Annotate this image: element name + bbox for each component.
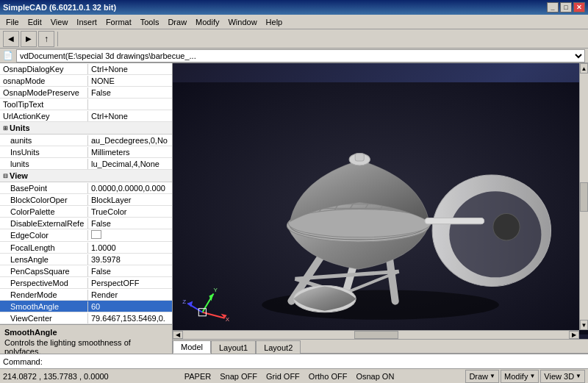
svg-text:Z: Z: [182, 298, 186, 305]
prop-row-osnapmode: osnapMode NONE: [0, 75, 172, 87]
svg-text:X: X: [226, 316, 230, 323]
prop-key: ToolTipText: [0, 99, 88, 110]
toolbar-back-btn[interactable]: ◀: [3, 31, 19, 47]
menubar: File Edit View Insert Format Tools Draw …: [0, 15, 588, 29]
prop-value: NONE: [88, 76, 172, 86]
prop-row-lunits: lunits lu_Decimal,4,None: [0, 158, 172, 170]
prop-key: OsnapDialogKey: [0, 64, 88, 74]
svg-text:Y: Y: [213, 287, 218, 293]
menu-tools[interactable]: Tools: [136, 16, 164, 28]
prop-row-aunits: aunits au_Decdegrees,0,No: [0, 135, 172, 146]
command-input[interactable]: [46, 357, 585, 366]
maximize-button[interactable]: □: [560, 2, 572, 12]
prop-desc-title: SmoothAngle: [4, 328, 168, 337]
prop-row-pencapssquare: PenCapsSquare False: [0, 265, 172, 277]
prop-value: False: [88, 218, 172, 229]
docpath: 📄 vdDocument(E:\special 3d drawings\barb…: [0, 49, 588, 63]
expand-units-icon: ⊞: [3, 125, 8, 132]
status-osnap[interactable]: Osnap ON: [351, 371, 398, 382]
grill-svg: X Y Z: [173, 63, 588, 354]
status-ortho[interactable]: Ortho OFF: [304, 371, 352, 382]
prop-value: 79.6467,153.5469,0.: [88, 313, 172, 323]
status-modify-dropdown[interactable]: Modify ▼: [501, 370, 539, 383]
close-button[interactable]: ✕: [573, 2, 585, 12]
scroll-up-btn[interactable]: ▲: [580, 63, 588, 74]
prop-value: 39.5978: [88, 254, 172, 265]
prop-value: PerspectOFF: [88, 278, 172, 288]
tab-model[interactable]: Model: [173, 340, 211, 354]
menu-modify[interactable]: Modify: [191, 16, 223, 28]
menu-help[interactable]: Help: [262, 16, 287, 28]
prop-row-lensangle: LensAngle 39.5978: [0, 254, 172, 265]
menu-edit[interactable]: Edit: [24, 16, 46, 28]
prop-row-perspectivemod: PerspectiveMod PerspectOFF: [0, 277, 172, 289]
prop-value: Ctrl+None: [88, 111, 172, 121]
scroll-thumb-v[interactable]: [580, 182, 588, 212]
viewport-scrollbar-vertical[interactable]: ▲ ▼: [579, 63, 588, 330]
status-draw-dropdown[interactable]: Draw ▼: [465, 370, 499, 383]
right-panel: X Y Z ◀ ▶: [173, 63, 588, 354]
prop-row-tooltiptext: ToolTipText: [0, 99, 172, 110]
tab-layout2[interactable]: Layout2: [256, 340, 301, 354]
viewport-canvas: X Y Z: [173, 63, 588, 354]
prop-row-smoothangle[interactable]: SmoothAngle 60: [0, 301, 172, 312]
prop-row-colorpalette: ColorPalette TrueColor: [0, 206, 172, 218]
toolbar-forward-btn[interactable]: ▶: [21, 31, 37, 47]
scroll-right-btn[interactable]: ▶: [569, 331, 579, 339]
prop-row-viewcenter: ViewCenter 79.6467,153.5469,0.: [0, 312, 172, 324]
menu-draw[interactable]: Draw: [163, 16, 191, 28]
menu-window[interactable]: Window: [223, 16, 261, 28]
prop-row-disableexternalrefe: DisableExternalRefe False: [0, 218, 172, 229]
tab-layout1[interactable]: Layout1: [211, 340, 256, 354]
scroll-thumb-h[interactable]: [354, 331, 398, 339]
doc-path-select[interactable]: vdDocument(E:\special 3d drawings\barbec…: [16, 49, 585, 62]
prop-key: BlockColorOper: [0, 195, 88, 205]
prop-value: False: [88, 266, 172, 276]
section-view[interactable]: ⊟ View: [0, 170, 172, 182]
prop-row-focallength: FocalLength 1.0000: [0, 242, 172, 254]
prop-value: 60: [88, 301, 172, 312]
left-panel: OsnapDialogKey Ctrl+None osnapMode NONE …: [0, 63, 173, 354]
prop-description: SmoothAngle Controls the lighting smooth…: [0, 324, 172, 354]
titlebar-buttons: _ □ ✕: [547, 2, 585, 12]
status-view3d-dropdown[interactable]: View 3D ▼: [540, 370, 585, 383]
expand-view-icon: ⊟: [3, 173, 8, 179]
viewport[interactable]: X Y Z ◀ ▶: [173, 63, 588, 354]
menu-file[interactable]: File: [1, 16, 24, 28]
prop-value: au_Decdegrees,0,No: [88, 135, 172, 146]
svg-rect-31: [425, 218, 484, 224]
section-units-label: Units: [10, 124, 30, 132]
status-paper[interactable]: PAPER: [180, 371, 215, 382]
minimize-button[interactable]: _: [547, 2, 559, 12]
modify-arrow-icon: ▼: [529, 373, 535, 379]
draw-arrow-icon: ▼: [490, 373, 495, 379]
menu-view[interactable]: View: [46, 16, 73, 28]
prop-row-onapmodepreserve: OsnapModePreserve False: [0, 87, 172, 99]
prop-value: BlockLayer: [88, 195, 172, 205]
scroll-down-btn[interactable]: ▼: [580, 320, 588, 330]
svg-point-30: [493, 214, 520, 240]
prop-key: PerspectiveMod: [0, 278, 88, 288]
prop-key: OsnapModePreserve: [0, 87, 88, 98]
main-layout: OsnapDialogKey Ctrl+None osnapMode NONE …: [0, 63, 588, 354]
prop-key: InsUnits: [0, 147, 88, 157]
menu-insert[interactable]: Insert: [72, 16, 101, 28]
status-modify-label: Modify: [504, 372, 528, 381]
toolbar: ◀ ▶ ↑: [0, 29, 588, 49]
prop-key: EdgeColor: [0, 230, 88, 240]
prop-key: UrlActionKey: [0, 111, 88, 121]
scroll-left-btn[interactable]: ◀: [173, 331, 183, 339]
prop-key: aunits: [0, 135, 88, 146]
status-grid[interactable]: Grid OFF: [262, 371, 304, 382]
toolbar-up-btn[interactable]: ↑: [38, 31, 54, 47]
color-box[interactable]: [91, 230, 101, 239]
prop-row-basepoint: BasePoint 0.0000,0.0000,0.000: [0, 182, 172, 194]
menu-format[interactable]: Format: [101, 16, 136, 28]
section-units[interactable]: ⊞ Units: [0, 122, 172, 135]
prop-value: [88, 229, 172, 241]
command-bar: Command:: [0, 354, 588, 368]
viewport-scrollbar-horizontal[interactable]: ◀ ▶: [173, 330, 579, 339]
prop-row-osnapdialogkey: OsnapDialogKey Ctrl+None: [0, 63, 172, 75]
status-snap[interactable]: Snap OFF: [215, 371, 262, 382]
prop-key: RenderMode: [0, 290, 88, 300]
